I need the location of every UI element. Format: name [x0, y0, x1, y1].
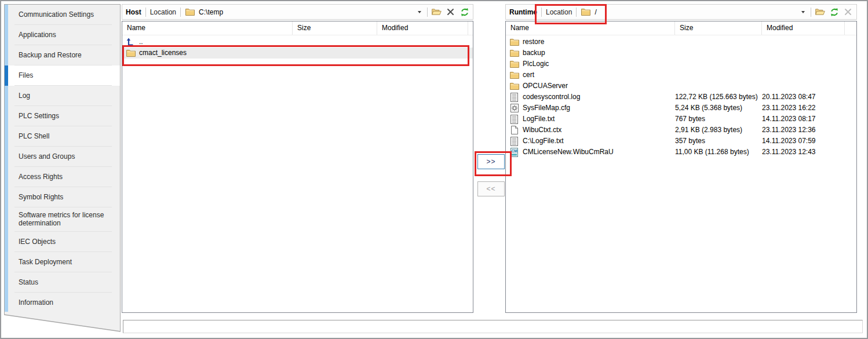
column-header-name[interactable]: Name: [122, 21, 293, 35]
sidebar-tab[interactable]: Communication Settings: [5, 5, 120, 25]
file-modified: 14.11.2023 08:17: [762, 114, 845, 125]
runtime-file-rows: restore backup: [506, 35, 856, 158]
file-row[interactable]: WibuCtxt.ctx 2,91 KB (2.983 bytes) 23.11…: [506, 125, 856, 136]
device-editor-window: Communication Settings Applications Back…: [0, 0, 868, 339]
host-path-value[interactable]: C:\temp: [199, 8, 223, 16]
sidebar-tab[interactable]: Status: [5, 272, 120, 293]
file-modified: 23.11.2023 12:36: [762, 125, 845, 136]
device-editor-tab-list: Communication Settings Applications Back…: [4, 4, 121, 312]
file-row[interactable]: PlcLogic: [506, 59, 856, 70]
chevron-down-icon[interactable]: [418, 11, 421, 13]
copy-to-runtime-button[interactable]: >>: [477, 154, 505, 169]
host-toolbar: Host Location C:\temp: [122, 4, 473, 20]
sidebar-tab[interactable]: Task Deployment: [5, 252, 120, 272]
tab-accent-strip: [5, 252, 8, 272]
sidebar-tab[interactable]: Log: [5, 86, 120, 106]
folder-icon: [126, 49, 136, 58]
runtime-column-header: Name Size Modified: [506, 21, 856, 35]
file-size: 357 bytes: [675, 136, 762, 147]
file-size: 767 bytes: [675, 114, 762, 125]
file-row[interactable]: cert: [506, 70, 856, 81]
refresh-button[interactable]: [459, 8, 469, 17]
sidebar-tab[interactable]: Software metrics for license determinati…: [5, 207, 120, 232]
file-name: WibuCtxt.ctx: [523, 125, 561, 136]
toolbar-separator: [145, 8, 146, 17]
tab-accent-strip: [5, 45, 8, 65]
tab-accent-strip: [5, 126, 8, 147]
sidebar-tab[interactable]: Files: [5, 65, 120, 86]
file-row[interactable]: LogFile.txt 767 bytes 14.11.2023 08:17: [506, 114, 856, 125]
sidebar-tab[interactable]: PLC Settings: [5, 106, 120, 126]
host-pane-title: Host: [126, 8, 141, 16]
tab-accent-strip: [5, 272, 8, 293]
file-name: C:\LogFile.txt: [523, 136, 564, 147]
sidebar-tab-label: IEC Objects: [19, 238, 63, 246]
tab-accent-strip: [5, 86, 8, 106]
sidebar-tab[interactable]: Access Rights: [5, 167, 120, 187]
file-row[interactable]: restore: [506, 37, 856, 48]
host-column-header: Name Size Modified: [122, 21, 473, 35]
copy-to-host-button: <<: [477, 181, 505, 196]
runtime-file-pane: Name Size Modified restore: [505, 21, 857, 313]
new-folder-button[interactable]: [432, 8, 442, 17]
file-row[interactable]: codesyscontrol.log 122,72 KB (125.663 by…: [506, 92, 856, 103]
sidebar-tab-label: Symbol Rights: [19, 194, 70, 202]
sidebar-tab-label: Users and Groups: [19, 153, 82, 161]
folder-icon: [509, 38, 519, 47]
tab-accent-strip: [5, 232, 8, 252]
svg-text:CM: CM: [512, 148, 517, 152]
column-header-size[interactable]: Size: [293, 21, 377, 35]
chevron-down-icon[interactable]: [801, 11, 805, 13]
file-name: OPCUAServer: [523, 81, 568, 92]
file-name: cert: [523, 70, 534, 81]
sidebar-tab[interactable]: Applications: [5, 25, 120, 45]
file-row[interactable]: backup: [506, 48, 856, 59]
file-size: 2,91 KB (2.983 bytes): [675, 125, 762, 136]
new-folder-button[interactable]: [815, 8, 825, 17]
sidebar-tab[interactable]: PLC Shell: [5, 126, 120, 147]
host-file-rows: .. cmact_licenses: [122, 35, 473, 59]
toolbar-separator: [427, 8, 428, 17]
file-row[interactable]: CM CMLicenseNew.WibuCmRaU 11,00 KB (11.2…: [506, 147, 856, 158]
file-icon: [509, 126, 519, 135]
folder-icon: [509, 60, 519, 69]
column-header-modified[interactable]: Modified: [377, 21, 468, 35]
file-modified: 14.11.2023 07:59: [762, 136, 845, 147]
delete-button-disabled: [843, 8, 853, 17]
sidebar-tab-label: Task Deployment: [19, 258, 79, 267]
log-file-icon: [509, 137, 519, 146]
sidebar-tab[interactable]: Backup and Restore: [5, 45, 120, 65]
tab-accent-strip: [5, 25, 8, 45]
file-row[interactable]: OPCUAServer: [506, 81, 856, 92]
sidebar-tab[interactable]: Information: [5, 293, 120, 313]
toolbar-separator: [541, 8, 542, 17]
file-name: restore: [523, 37, 544, 48]
file-name: LogFile.txt: [523, 114, 555, 125]
toolbar-separator: [180, 8, 181, 17]
sidebar-tab[interactable]: Users and Groups: [5, 147, 120, 167]
refresh-button[interactable]: [829, 8, 839, 17]
runtime-path-value[interactable]: /: [595, 8, 596, 16]
sidebar-tab-label: Applications: [19, 31, 63, 39]
file-row[interactable]: ..: [122, 37, 473, 48]
file-row[interactable]: SysFileMap.cfg 5,24 KB (5.368 bytes) 23.…: [506, 103, 856, 114]
column-header-name[interactable]: Name: [506, 21, 675, 35]
log-file-icon: [509, 115, 519, 124]
log-file-icon: [509, 93, 519, 102]
sidebar-tab-label: Backup and Restore: [19, 52, 89, 60]
sidebar-tab-label: Communication Settings: [19, 11, 101, 19]
file-row[interactable]: cmact_licenses: [122, 48, 473, 59]
tab-accent-strip: [5, 147, 8, 167]
sidebar-tab[interactable]: IEC Objects: [5, 232, 120, 252]
column-header-modified[interactable]: Modified: [762, 21, 845, 35]
delete-button[interactable]: [446, 8, 455, 17]
sidebar-tab[interactable]: Symbol Rights: [5, 187, 120, 207]
column-header-size[interactable]: Size: [675, 21, 762, 35]
file-size: 5,24 KB (5.368 bytes): [675, 103, 762, 114]
file-name: PlcLogic: [523, 59, 549, 70]
file-modified: 20.11.2023 08:47: [762, 92, 845, 103]
message-bar: [123, 320, 863, 333]
file-name: SysFileMap.cfg: [523, 103, 570, 114]
file-modified: 23.11.2023 12:43: [762, 147, 845, 158]
file-row[interactable]: C:\LogFile.txt 357 bytes 14.11.2023 07:5…: [506, 136, 856, 147]
